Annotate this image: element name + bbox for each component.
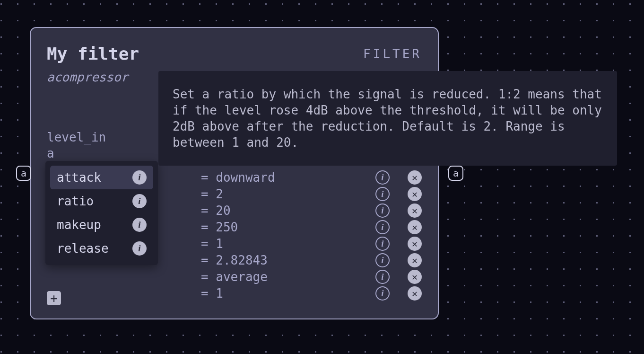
param-value: = 20 xyxy=(201,204,231,218)
param-value: = 1 xyxy=(201,286,223,301)
param-value: = average xyxy=(201,270,268,284)
param-autocomplete-dropdown[interactable]: attackiratioimakeupireleasei xyxy=(45,161,158,265)
param-value: = 250 xyxy=(201,220,238,234)
info-icon[interactable]: i xyxy=(375,270,390,284)
param-row: = averagei✕ xyxy=(47,268,422,285)
info-icon[interactable]: i xyxy=(132,218,147,232)
param-row-actions: i✕ xyxy=(375,170,422,185)
dropdown-item-label: attack xyxy=(57,170,101,185)
delete-param-icon[interactable]: ✕ xyxy=(408,237,422,251)
add-param-button[interactable]: + xyxy=(47,291,61,305)
param-row-actions: i✕ xyxy=(375,253,422,267)
param-row: = 1i✕ xyxy=(47,285,422,301)
info-icon[interactable]: i xyxy=(375,204,390,218)
param-help-tooltip: Set a ratio by which the signal is reduc… xyxy=(158,71,617,166)
delete-param-icon[interactable]: ✕ xyxy=(408,187,422,201)
node-input-handle[interactable]: a xyxy=(16,166,31,181)
delete-param-icon[interactable]: ✕ xyxy=(408,286,422,301)
dropdown-item[interactable]: releasei xyxy=(50,237,153,260)
delete-param-icon[interactable]: ✕ xyxy=(408,270,422,284)
delete-param-icon[interactable]: ✕ xyxy=(408,204,422,218)
dropdown-item[interactable]: attacki xyxy=(50,166,153,189)
param-value: = 2 xyxy=(201,187,223,201)
param-value: = downward xyxy=(201,170,275,185)
card-type-label: FILTER xyxy=(363,47,422,61)
info-icon[interactable]: i xyxy=(132,194,147,208)
info-icon[interactable]: i xyxy=(375,170,390,185)
delete-param-icon[interactable]: ✕ xyxy=(408,170,422,185)
param-value: = 1 xyxy=(201,237,223,251)
dropdown-item-label: makeup xyxy=(57,218,101,232)
param-row-actions: i✕ xyxy=(375,204,422,218)
info-icon[interactable]: i xyxy=(375,187,390,201)
delete-param-icon[interactable]: ✕ xyxy=(408,253,422,267)
dropdown-item-label: ratio xyxy=(57,194,94,208)
info-icon[interactable]: i xyxy=(375,220,390,234)
info-icon[interactable]: i xyxy=(132,170,147,185)
param-row-actions: i✕ xyxy=(375,270,422,284)
dropdown-item[interactable]: makeupi xyxy=(50,213,153,237)
info-icon[interactable]: i xyxy=(375,237,390,251)
param-row-actions: i✕ xyxy=(375,220,422,234)
node-output-handle[interactable]: a xyxy=(448,166,463,181)
tooltip-text: Set a ratio by which the signal is reduc… xyxy=(173,87,602,150)
param-row-actions: i✕ xyxy=(375,286,422,301)
dropdown-item[interactable]: ratioi xyxy=(50,189,153,213)
card-header: My filter FILTER xyxy=(47,44,422,63)
info-icon[interactable]: i xyxy=(132,241,147,256)
card-title: My filter xyxy=(47,44,139,63)
dropdown-item-label: release xyxy=(57,241,109,256)
delete-param-icon[interactable]: ✕ xyxy=(408,220,422,234)
plus-icon: + xyxy=(50,292,58,304)
info-icon[interactable]: i xyxy=(375,253,390,267)
handle-label: a xyxy=(21,168,26,179)
param-value: = 2.82843 xyxy=(201,253,268,267)
param-row-actions: i✕ xyxy=(375,187,422,201)
handle-label: a xyxy=(453,168,459,179)
param-row-actions: i✕ xyxy=(375,237,422,251)
info-icon[interactable]: i xyxy=(375,286,390,301)
